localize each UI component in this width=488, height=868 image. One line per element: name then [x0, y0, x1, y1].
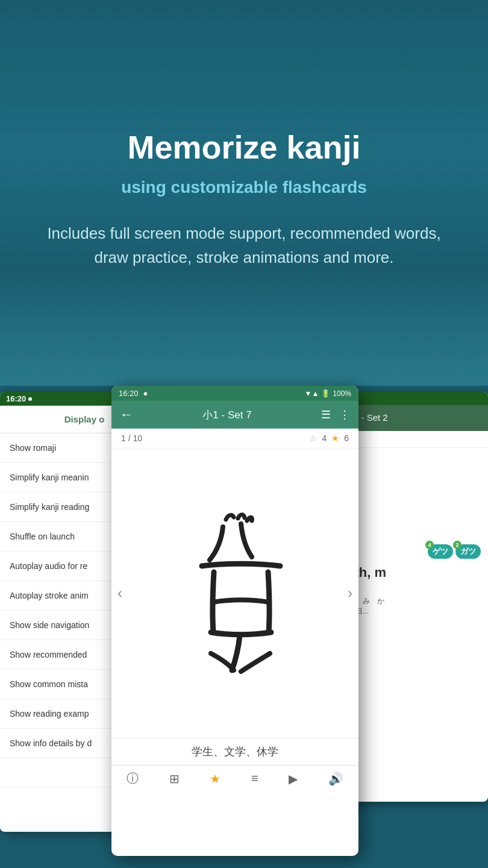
chip-gatsu: 2 ガツ [455, 544, 481, 559]
card-position: 1 / 10 [121, 433, 142, 443]
left-status-dot [28, 397, 32, 401]
chip-gatsu-num: 2 [453, 541, 461, 549]
phone-center: 16:20 ● ▼▲ 🔋 100% ← 小1 - Set 7 ☰ ⋮ 1 / 1… [111, 386, 358, 856]
kanji-words: 学生、文学、休学 [111, 738, 358, 765]
more-icon[interactable]: ⋮ [339, 408, 350, 421]
set-title: 小1 - Set 7 [140, 408, 314, 422]
flashcard-body: ‹ › [111, 448, 358, 738]
hero-title: Memorize kanji [127, 128, 360, 166]
info-nav-button[interactable]: ⓘ [127, 770, 139, 787]
star-empty-count: 4 [322, 433, 327, 443]
hero-description: Includes full screen mode support, recom… [39, 221, 449, 270]
battery-percent: 100% [333, 389, 351, 398]
bottom-nav: ⓘ ⊞ ★ ≡ ▶ 🔊 [111, 765, 358, 791]
chip-getsu-label: ゲツ [433, 547, 448, 556]
next-card-button[interactable]: › [348, 585, 352, 602]
list-icon[interactable]: ☰ [321, 408, 331, 421]
play-nav-button[interactable]: ▶ [289, 772, 298, 786]
chip-gatsu-label: ガツ [460, 547, 476, 556]
hero-section: Memorize kanji using customizable flashc… [0, 0, 488, 386]
sound-nav-button[interactable]: 🔊 [328, 772, 343, 786]
star-filled-icon[interactable]: ★ [331, 433, 339, 443]
left-status-time: 16:20 [6, 394, 26, 403]
back-button[interactable]: ← [120, 407, 133, 423]
star-nav-button[interactable]: ★ [210, 772, 221, 786]
hero-subtitle: using customizable flashcards [121, 178, 367, 197]
center-statusbar: 16:20 ● ▼▲ 🔋 100% [111, 386, 358, 401]
grid-nav-button[interactable]: ⊞ [169, 772, 180, 786]
battery-icon: 🔋 [321, 389, 330, 398]
signal-icon: ▼▲ [305, 389, 319, 398]
star-empty-icon[interactable]: ☆ [309, 433, 317, 443]
star-filled-count: 6 [344, 433, 349, 443]
status-circle-icon: ● [143, 389, 148, 398]
prev-card-button[interactable]: ‹ [117, 585, 122, 602]
center-toolbar: ← 小1 - Set 7 ☰ ⋮ [111, 401, 358, 429]
screenshots-area: 16:20 Display o Show romaji Simplify kan… [0, 386, 488, 868]
chip-getsu: 4 ゲツ [428, 544, 453, 559]
chip-getsu-num: 4 [425, 541, 434, 549]
center-status-time: 16:20 [119, 389, 139, 398]
word-chips: 4 ゲツ 2 ガツ [428, 544, 481, 559]
list-nav-button[interactable]: ≡ [251, 772, 258, 785]
card-info-bar: 1 / 10 ☆ 4 ★ 6 [111, 429, 358, 448]
